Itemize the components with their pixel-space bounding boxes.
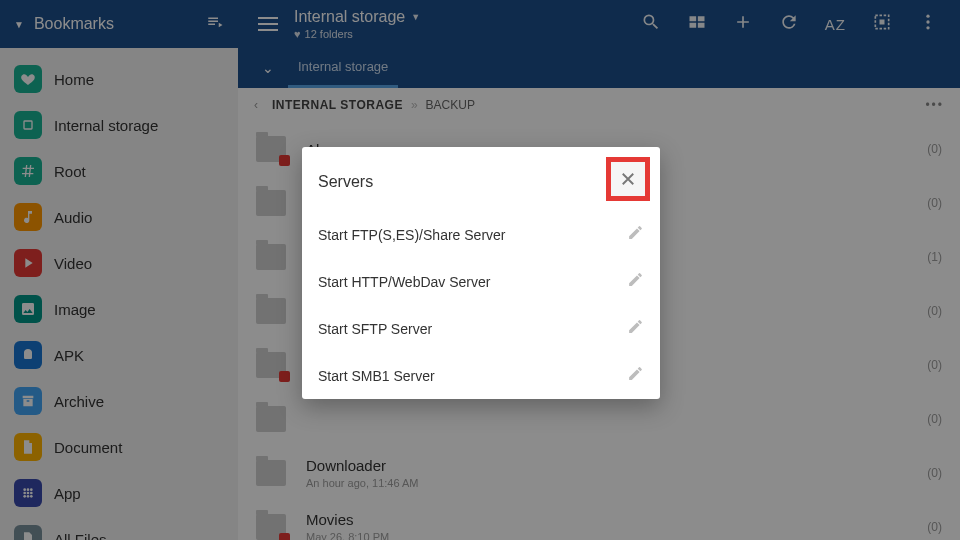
dialog-header: Servers [302, 147, 660, 211]
servers-dialog: Servers Start FTP(S,ES)/Share Server Sta… [302, 147, 660, 399]
edit-icon[interactable] [627, 271, 644, 292]
close-button[interactable] [606, 157, 650, 201]
edit-icon[interactable] [627, 318, 644, 339]
dialog-item[interactable]: Start SMB1 Server [302, 352, 660, 399]
dialog-item-label: Start HTTP/WebDav Server [318, 274, 627, 290]
dialog-item[interactable]: Start HTTP/WebDav Server [302, 258, 660, 305]
dialog-item-label: Start SFTP Server [318, 321, 627, 337]
dialog-item[interactable]: Start SFTP Server [302, 305, 660, 352]
edit-icon[interactable] [627, 224, 644, 245]
dialog-item-label: Start FTP(S,ES)/Share Server [318, 227, 627, 243]
edit-icon[interactable] [627, 365, 644, 386]
dialog-item-label: Start SMB1 Server [318, 368, 627, 384]
dialog-item[interactable]: Start FTP(S,ES)/Share Server [302, 211, 660, 258]
close-icon [619, 170, 637, 188]
dialog-title: Servers [318, 173, 606, 191]
